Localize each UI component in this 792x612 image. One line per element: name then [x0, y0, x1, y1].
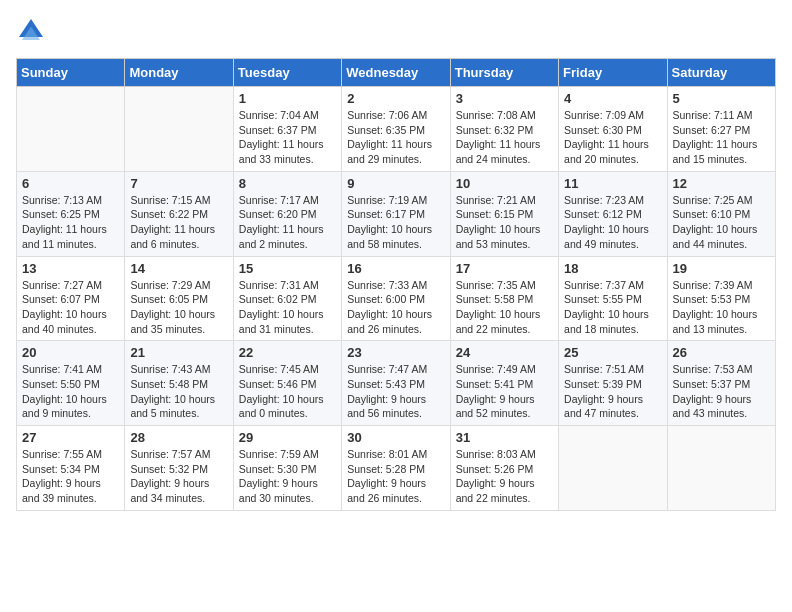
day-number: 18	[564, 261, 661, 276]
day-number: 20	[22, 345, 119, 360]
column-header-thursday: Thursday	[450, 59, 558, 87]
day-content: Sunrise: 7:25 AM Sunset: 6:10 PM Dayligh…	[673, 193, 770, 252]
calendar-cell: 9Sunrise: 7:19 AM Sunset: 6:17 PM Daylig…	[342, 171, 450, 256]
day-number: 26	[673, 345, 770, 360]
calendar-cell: 23Sunrise: 7:47 AM Sunset: 5:43 PM Dayli…	[342, 341, 450, 426]
day-number: 16	[347, 261, 444, 276]
day-number: 14	[130, 261, 227, 276]
day-content: Sunrise: 7:27 AM Sunset: 6:07 PM Dayligh…	[22, 278, 119, 337]
day-content: Sunrise: 7:33 AM Sunset: 6:00 PM Dayligh…	[347, 278, 444, 337]
calendar-cell: 13Sunrise: 7:27 AM Sunset: 6:07 PM Dayli…	[17, 256, 125, 341]
day-content: Sunrise: 7:57 AM Sunset: 5:32 PM Dayligh…	[130, 447, 227, 506]
day-content: Sunrise: 7:15 AM Sunset: 6:22 PM Dayligh…	[130, 193, 227, 252]
day-content: Sunrise: 7:53 AM Sunset: 5:37 PM Dayligh…	[673, 362, 770, 421]
day-content: Sunrise: 7:06 AM Sunset: 6:35 PM Dayligh…	[347, 108, 444, 167]
day-content: Sunrise: 8:01 AM Sunset: 5:28 PM Dayligh…	[347, 447, 444, 506]
calendar-header-row: SundayMondayTuesdayWednesdayThursdayFrid…	[17, 59, 776, 87]
week-row-3: 13Sunrise: 7:27 AM Sunset: 6:07 PM Dayli…	[17, 256, 776, 341]
day-content: Sunrise: 7:11 AM Sunset: 6:27 PM Dayligh…	[673, 108, 770, 167]
column-header-monday: Monday	[125, 59, 233, 87]
day-content: Sunrise: 7:31 AM Sunset: 6:02 PM Dayligh…	[239, 278, 336, 337]
calendar-cell: 19Sunrise: 7:39 AM Sunset: 5:53 PM Dayli…	[667, 256, 775, 341]
day-number: 21	[130, 345, 227, 360]
day-content: Sunrise: 8:03 AM Sunset: 5:26 PM Dayligh…	[456, 447, 553, 506]
calendar-cell	[125, 87, 233, 172]
day-content: Sunrise: 7:49 AM Sunset: 5:41 PM Dayligh…	[456, 362, 553, 421]
day-number: 11	[564, 176, 661, 191]
calendar-cell	[667, 426, 775, 511]
calendar-cell: 7Sunrise: 7:15 AM Sunset: 6:22 PM Daylig…	[125, 171, 233, 256]
day-content: Sunrise: 7:29 AM Sunset: 6:05 PM Dayligh…	[130, 278, 227, 337]
calendar-cell: 2Sunrise: 7:06 AM Sunset: 6:35 PM Daylig…	[342, 87, 450, 172]
day-number: 25	[564, 345, 661, 360]
day-number: 15	[239, 261, 336, 276]
calendar-cell: 25Sunrise: 7:51 AM Sunset: 5:39 PM Dayli…	[559, 341, 667, 426]
day-number: 5	[673, 91, 770, 106]
calendar-cell: 30Sunrise: 8:01 AM Sunset: 5:28 PM Dayli…	[342, 426, 450, 511]
calendar-cell: 27Sunrise: 7:55 AM Sunset: 5:34 PM Dayli…	[17, 426, 125, 511]
calendar-cell: 18Sunrise: 7:37 AM Sunset: 5:55 PM Dayli…	[559, 256, 667, 341]
day-number: 4	[564, 91, 661, 106]
day-content: Sunrise: 7:19 AM Sunset: 6:17 PM Dayligh…	[347, 193, 444, 252]
day-number: 19	[673, 261, 770, 276]
column-header-sunday: Sunday	[17, 59, 125, 87]
calendar-cell: 24Sunrise: 7:49 AM Sunset: 5:41 PM Dayli…	[450, 341, 558, 426]
day-number: 28	[130, 430, 227, 445]
week-row-1: 1Sunrise: 7:04 AM Sunset: 6:37 PM Daylig…	[17, 87, 776, 172]
logo-icon	[16, 16, 46, 46]
calendar-cell: 26Sunrise: 7:53 AM Sunset: 5:37 PM Dayli…	[667, 341, 775, 426]
day-content: Sunrise: 7:13 AM Sunset: 6:25 PM Dayligh…	[22, 193, 119, 252]
day-content: Sunrise: 7:47 AM Sunset: 5:43 PM Dayligh…	[347, 362, 444, 421]
column-header-tuesday: Tuesday	[233, 59, 341, 87]
day-number: 7	[130, 176, 227, 191]
day-number: 2	[347, 91, 444, 106]
day-number: 10	[456, 176, 553, 191]
day-content: Sunrise: 7:59 AM Sunset: 5:30 PM Dayligh…	[239, 447, 336, 506]
day-number: 22	[239, 345, 336, 360]
day-number: 9	[347, 176, 444, 191]
week-row-5: 27Sunrise: 7:55 AM Sunset: 5:34 PM Dayli…	[17, 426, 776, 511]
calendar-cell: 28Sunrise: 7:57 AM Sunset: 5:32 PM Dayli…	[125, 426, 233, 511]
day-content: Sunrise: 7:43 AM Sunset: 5:48 PM Dayligh…	[130, 362, 227, 421]
column-header-saturday: Saturday	[667, 59, 775, 87]
calendar-cell: 29Sunrise: 7:59 AM Sunset: 5:30 PM Dayli…	[233, 426, 341, 511]
calendar-cell: 1Sunrise: 7:04 AM Sunset: 6:37 PM Daylig…	[233, 87, 341, 172]
calendar-cell: 16Sunrise: 7:33 AM Sunset: 6:00 PM Dayli…	[342, 256, 450, 341]
day-content: Sunrise: 7:23 AM Sunset: 6:12 PM Dayligh…	[564, 193, 661, 252]
page-header	[16, 16, 776, 46]
day-content: Sunrise: 7:04 AM Sunset: 6:37 PM Dayligh…	[239, 108, 336, 167]
week-row-4: 20Sunrise: 7:41 AM Sunset: 5:50 PM Dayli…	[17, 341, 776, 426]
calendar-table: SundayMondayTuesdayWednesdayThursdayFrid…	[16, 58, 776, 511]
day-content: Sunrise: 7:08 AM Sunset: 6:32 PM Dayligh…	[456, 108, 553, 167]
day-content: Sunrise: 7:51 AM Sunset: 5:39 PM Dayligh…	[564, 362, 661, 421]
calendar-cell: 8Sunrise: 7:17 AM Sunset: 6:20 PM Daylig…	[233, 171, 341, 256]
calendar-cell	[17, 87, 125, 172]
day-number: 1	[239, 91, 336, 106]
day-content: Sunrise: 7:55 AM Sunset: 5:34 PM Dayligh…	[22, 447, 119, 506]
day-content: Sunrise: 7:09 AM Sunset: 6:30 PM Dayligh…	[564, 108, 661, 167]
day-number: 29	[239, 430, 336, 445]
day-content: Sunrise: 7:17 AM Sunset: 6:20 PM Dayligh…	[239, 193, 336, 252]
day-content: Sunrise: 7:37 AM Sunset: 5:55 PM Dayligh…	[564, 278, 661, 337]
day-content: Sunrise: 7:45 AM Sunset: 5:46 PM Dayligh…	[239, 362, 336, 421]
calendar-cell: 3Sunrise: 7:08 AM Sunset: 6:32 PM Daylig…	[450, 87, 558, 172]
day-number: 3	[456, 91, 553, 106]
calendar-cell: 10Sunrise: 7:21 AM Sunset: 6:15 PM Dayli…	[450, 171, 558, 256]
calendar-cell: 14Sunrise: 7:29 AM Sunset: 6:05 PM Dayli…	[125, 256, 233, 341]
calendar-cell: 31Sunrise: 8:03 AM Sunset: 5:26 PM Dayli…	[450, 426, 558, 511]
day-number: 13	[22, 261, 119, 276]
day-number: 23	[347, 345, 444, 360]
day-number: 31	[456, 430, 553, 445]
calendar-cell: 17Sunrise: 7:35 AM Sunset: 5:58 PM Dayli…	[450, 256, 558, 341]
calendar-cell: 4Sunrise: 7:09 AM Sunset: 6:30 PM Daylig…	[559, 87, 667, 172]
calendar-cell: 22Sunrise: 7:45 AM Sunset: 5:46 PM Dayli…	[233, 341, 341, 426]
calendar-cell: 11Sunrise: 7:23 AM Sunset: 6:12 PM Dayli…	[559, 171, 667, 256]
day-content: Sunrise: 7:21 AM Sunset: 6:15 PM Dayligh…	[456, 193, 553, 252]
logo	[16, 16, 52, 46]
day-number: 12	[673, 176, 770, 191]
calendar-cell	[559, 426, 667, 511]
calendar-cell: 6Sunrise: 7:13 AM Sunset: 6:25 PM Daylig…	[17, 171, 125, 256]
day-content: Sunrise: 7:35 AM Sunset: 5:58 PM Dayligh…	[456, 278, 553, 337]
calendar-body: 1Sunrise: 7:04 AM Sunset: 6:37 PM Daylig…	[17, 87, 776, 511]
column-header-friday: Friday	[559, 59, 667, 87]
